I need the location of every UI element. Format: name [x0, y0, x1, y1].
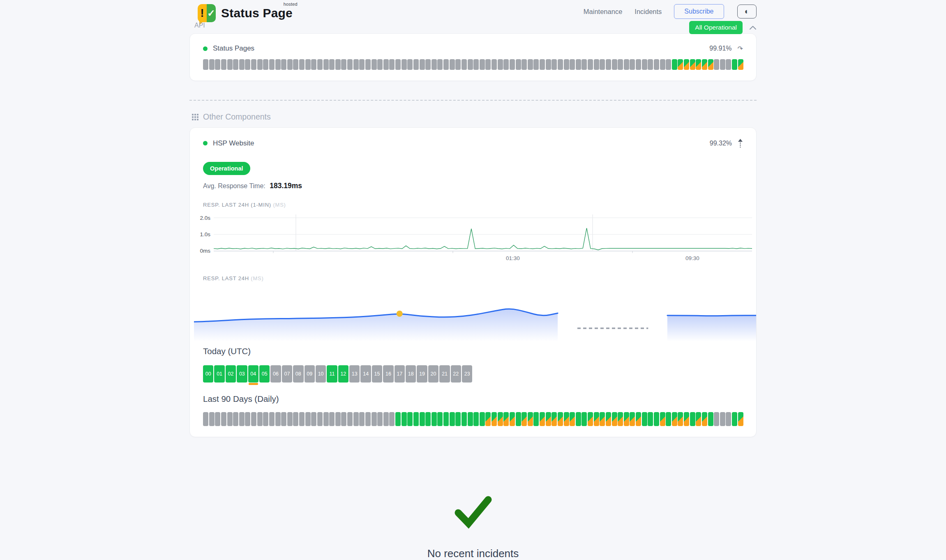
uptime-bar[interactable] — [215, 59, 220, 70]
day-block[interactable] — [281, 412, 286, 426]
uptime-bar[interactable] — [648, 59, 653, 70]
day-block[interactable] — [516, 412, 521, 426]
day-block[interactable] — [510, 412, 515, 426]
day-block[interactable] — [521, 412, 527, 426]
uptime-bar[interactable] — [299, 59, 305, 70]
uptime-bar[interactable] — [455, 59, 461, 70]
hour-block-01[interactable]: 01 — [214, 365, 224, 383]
day-block[interactable] — [365, 412, 371, 426]
hour-block-19[interactable]: 19 — [417, 365, 427, 383]
day-block[interactable] — [359, 412, 365, 426]
day-block[interactable] — [443, 412, 449, 426]
uptime-bar[interactable] — [551, 59, 557, 70]
day-block[interactable] — [642, 412, 647, 426]
uptime-bar[interactable] — [714, 59, 719, 70]
uptime-bar[interactable] — [732, 59, 737, 70]
hour-block-02[interactable]: 02 — [226, 365, 236, 383]
brand[interactable]: ! ✓ Status Page hosted — [198, 4, 296, 22]
day-block[interactable] — [473, 412, 479, 426]
uptime-bar[interactable] — [317, 59, 323, 70]
uptime-bar[interactable] — [588, 59, 593, 70]
day-block[interactable] — [437, 412, 443, 426]
day-block[interactable] — [317, 412, 323, 426]
day-block[interactable] — [293, 412, 298, 426]
day-block[interactable] — [413, 412, 419, 426]
uptime-bar[interactable] — [684, 59, 689, 70]
day-block[interactable] — [353, 412, 359, 426]
uptime-bar[interactable] — [485, 59, 491, 70]
hour-block-12[interactable]: 12 — [338, 365, 348, 383]
uptime-bar[interactable] — [503, 59, 509, 70]
uptime-bar[interactable] — [269, 59, 275, 70]
uptime-bar[interactable] — [365, 59, 371, 70]
day-block[interactable] — [468, 412, 473, 426]
day-block[interactable] — [606, 412, 611, 426]
uptime-bar[interactable] — [570, 59, 575, 70]
day-block[interactable] — [383, 412, 389, 426]
day-block[interactable] — [480, 412, 485, 426]
day-block[interactable] — [251, 412, 256, 426]
uptime-bar[interactable] — [437, 59, 443, 70]
hour-block-21[interactable]: 21 — [439, 365, 450, 383]
uptime-bar[interactable] — [468, 59, 473, 70]
day-block[interactable] — [275, 412, 281, 426]
day-block[interactable] — [630, 412, 635, 426]
uptime-bar[interactable] — [233, 59, 238, 70]
uptime-bar[interactable] — [708, 59, 713, 70]
day-block[interactable] — [461, 412, 467, 426]
uptime-bar[interactable] — [347, 59, 353, 70]
uptime-bar[interactable] — [540, 59, 545, 70]
hour-block-08[interactable]: 08 — [293, 365, 303, 383]
day-block[interactable] — [311, 412, 316, 426]
uptime-bar[interactable] — [660, 59, 665, 70]
uptime-bar[interactable] — [600, 59, 605, 70]
day-block[interactable] — [588, 412, 593, 426]
day-block[interactable] — [245, 412, 250, 426]
uptime-bar[interactable] — [630, 59, 635, 70]
hour-block-23[interactable]: 23 — [462, 365, 472, 383]
day-block[interactable] — [533, 412, 539, 426]
uptime-bar[interactable] — [443, 59, 449, 70]
uptime-bar[interactable] — [281, 59, 286, 70]
uptime-bar[interactable] — [311, 59, 316, 70]
day-block[interactable] — [570, 412, 575, 426]
uptime-bar[interactable] — [395, 59, 401, 70]
day-block[interactable] — [257, 412, 263, 426]
uptime-bar[interactable] — [498, 59, 503, 70]
day-block[interactable] — [299, 412, 305, 426]
day-block[interactable] — [690, 412, 695, 426]
day-block[interactable] — [420, 412, 425, 426]
uptime-bar[interactable] — [413, 59, 419, 70]
theme-toggle-button[interactable]: ◐ — [737, 5, 757, 19]
day-block[interactable] — [371, 412, 377, 426]
day-block[interactable] — [239, 412, 245, 426]
day-block[interactable] — [347, 412, 353, 426]
hour-block-06[interactable]: 06 — [270, 365, 281, 383]
uptime-bar[interactable] — [510, 59, 515, 70]
uptime-bar[interactable] — [521, 59, 527, 70]
day-block[interactable] — [732, 412, 737, 426]
uptime-bar[interactable] — [239, 59, 245, 70]
day-block[interactable] — [654, 412, 659, 426]
day-block[interactable] — [425, 412, 431, 426]
day-block[interactable] — [624, 412, 629, 426]
day-block[interactable] — [720, 412, 725, 426]
hour-block-05[interactable]: 05 — [259, 365, 270, 383]
day-block[interactable] — [431, 412, 437, 426]
day-block[interactable] — [528, 412, 533, 426]
highlight-point-marker[interactable] — [397, 311, 403, 317]
day-block[interactable] — [341, 412, 346, 426]
day-block[interactable] — [714, 412, 719, 426]
uptime-bar[interactable] — [564, 59, 569, 70]
uptime-bar[interactable] — [528, 59, 533, 70]
day-block[interactable] — [564, 412, 569, 426]
day-block[interactable] — [335, 412, 341, 426]
uptime-bar[interactable] — [672, 59, 677, 70]
uptime-bar[interactable] — [480, 59, 485, 70]
day-block[interactable] — [450, 412, 455, 426]
uptime-bar[interactable] — [491, 59, 497, 70]
hour-block-10[interactable]: 10 — [316, 365, 326, 383]
hour-block-20[interactable]: 20 — [428, 365, 438, 383]
day-block[interactable] — [455, 412, 461, 426]
day-block[interactable] — [401, 412, 407, 426]
